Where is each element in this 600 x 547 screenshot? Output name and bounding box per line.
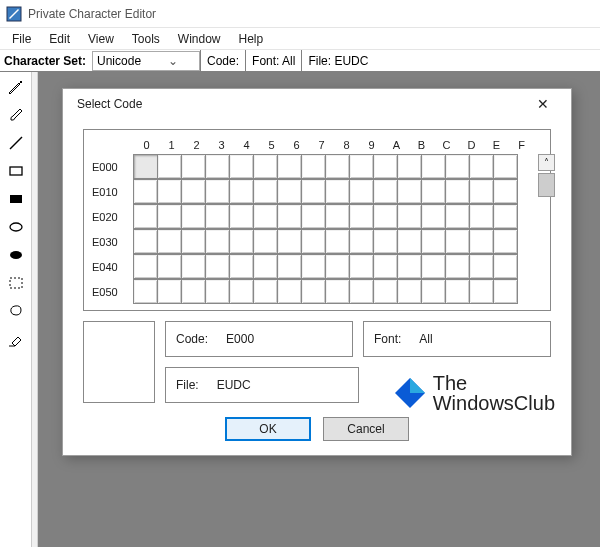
grid-cell[interactable] — [421, 204, 446, 229]
grid-cell[interactable] — [325, 279, 350, 304]
cancel-button[interactable]: Cancel — [323, 417, 409, 441]
grid-cell[interactable] — [349, 154, 374, 179]
grid-cell[interactable] — [445, 154, 470, 179]
grid-cell[interactable] — [301, 154, 326, 179]
grid-cell[interactable] — [469, 179, 494, 204]
grid-cell[interactable] — [373, 229, 398, 254]
grid-cell[interactable] — [205, 204, 230, 229]
grid-cell[interactable] — [301, 279, 326, 304]
grid-cell[interactable] — [445, 204, 470, 229]
grid-cell[interactable] — [205, 254, 230, 279]
grid-cell[interactable] — [421, 154, 446, 179]
grid-cell[interactable] — [349, 254, 374, 279]
grid-cell[interactable] — [325, 179, 350, 204]
grid-cell[interactable] — [277, 179, 302, 204]
grid-cell[interactable] — [181, 204, 206, 229]
grid-cell[interactable] — [349, 229, 374, 254]
menu-help[interactable]: Help — [231, 30, 272, 48]
brush-tool-icon[interactable] — [5, 104, 27, 126]
grid-cell[interactable] — [325, 204, 350, 229]
grid-cell[interactable] — [349, 279, 374, 304]
grid-cell[interactable] — [397, 254, 422, 279]
grid-cell[interactable] — [469, 229, 494, 254]
pencil-tool-icon[interactable] — [5, 76, 27, 98]
grid-cell[interactable] — [157, 179, 182, 204]
grid-cell[interactable] — [373, 204, 398, 229]
grid-cell[interactable] — [301, 229, 326, 254]
grid-cell[interactable] — [397, 154, 422, 179]
grid-cell[interactable] — [181, 279, 206, 304]
grid-cell[interactable] — [325, 229, 350, 254]
grid-cell[interactable] — [181, 179, 206, 204]
grid-cell[interactable] — [253, 254, 278, 279]
scroll-up-icon[interactable]: ˄ — [538, 154, 555, 171]
eraser-tool-icon[interactable] — [5, 328, 27, 350]
grid-cell[interactable] — [469, 279, 494, 304]
grid-cell[interactable] — [181, 154, 206, 179]
grid-cell[interactable] — [253, 154, 278, 179]
grid-cell[interactable] — [301, 254, 326, 279]
grid-cell[interactable] — [157, 204, 182, 229]
grid-cell[interactable] — [277, 279, 302, 304]
grid-cell[interactable] — [373, 154, 398, 179]
grid-cell[interactable] — [445, 279, 470, 304]
grid-cell[interactable] — [133, 154, 158, 179]
grid-cell[interactable] — [253, 179, 278, 204]
dialog-titlebar[interactable]: Select Code ✕ — [63, 89, 571, 119]
grid-cell[interactable] — [277, 229, 302, 254]
grid-cell[interactable] — [325, 154, 350, 179]
grid-cell[interactable] — [373, 254, 398, 279]
grid-cell[interactable] — [349, 204, 374, 229]
grid-cell[interactable] — [157, 254, 182, 279]
grid-cell[interactable] — [493, 154, 518, 179]
grid-cell[interactable] — [469, 204, 494, 229]
menu-window[interactable]: Window — [170, 30, 229, 48]
ok-button[interactable]: OK — [225, 417, 311, 441]
grid-cell[interactable] — [373, 179, 398, 204]
grid-cell[interactable] — [277, 204, 302, 229]
grid-cell[interactable] — [253, 279, 278, 304]
grid-cell[interactable] — [421, 279, 446, 304]
grid-cell[interactable] — [493, 179, 518, 204]
grid-cell[interactable] — [205, 154, 230, 179]
grid-scrollbar[interactable]: ˄ — [538, 136, 555, 304]
ellipse-outline-tool-icon[interactable] — [5, 216, 27, 238]
grid-cell[interactable] — [301, 204, 326, 229]
grid-cell[interactable] — [133, 204, 158, 229]
grid-cell[interactable] — [229, 254, 254, 279]
grid-cell[interactable] — [253, 204, 278, 229]
grid-cell[interactable] — [397, 229, 422, 254]
rect-select-tool-icon[interactable] — [5, 272, 27, 294]
grid-cell[interactable] — [133, 229, 158, 254]
grid-cell[interactable] — [445, 179, 470, 204]
grid-cell[interactable] — [277, 254, 302, 279]
grid-cell[interactable] — [445, 229, 470, 254]
grid-cell[interactable] — [469, 154, 494, 179]
grid-cell[interactable] — [205, 229, 230, 254]
grid-cell[interactable] — [229, 204, 254, 229]
menu-view[interactable]: View — [80, 30, 122, 48]
grid-cell[interactable] — [181, 254, 206, 279]
ellipse-filled-tool-icon[interactable] — [5, 244, 27, 266]
grid-cell[interactable] — [493, 229, 518, 254]
grid-cell[interactable] — [229, 279, 254, 304]
grid-cell[interactable] — [157, 154, 182, 179]
grid-cell[interactable] — [421, 179, 446, 204]
grid-cell[interactable] — [253, 229, 278, 254]
menu-edit[interactable]: Edit — [41, 30, 78, 48]
grid-cell[interactable] — [397, 204, 422, 229]
grid-cell[interactable] — [445, 254, 470, 279]
grid-cell[interactable] — [397, 179, 422, 204]
menu-tools[interactable]: Tools — [124, 30, 168, 48]
grid-cell[interactable] — [421, 254, 446, 279]
grid-cell[interactable] — [373, 279, 398, 304]
grid-cell[interactable] — [229, 229, 254, 254]
grid-cell[interactable] — [205, 279, 230, 304]
rect-filled-tool-icon[interactable] — [5, 188, 27, 210]
grid-cell[interactable] — [133, 254, 158, 279]
grid-cell[interactable] — [421, 229, 446, 254]
charset-combo[interactable]: Unicode ⌄ — [92, 51, 200, 71]
close-icon[interactable]: ✕ — [523, 89, 563, 119]
free-select-tool-icon[interactable] — [5, 300, 27, 322]
grid-cell[interactable] — [133, 179, 158, 204]
